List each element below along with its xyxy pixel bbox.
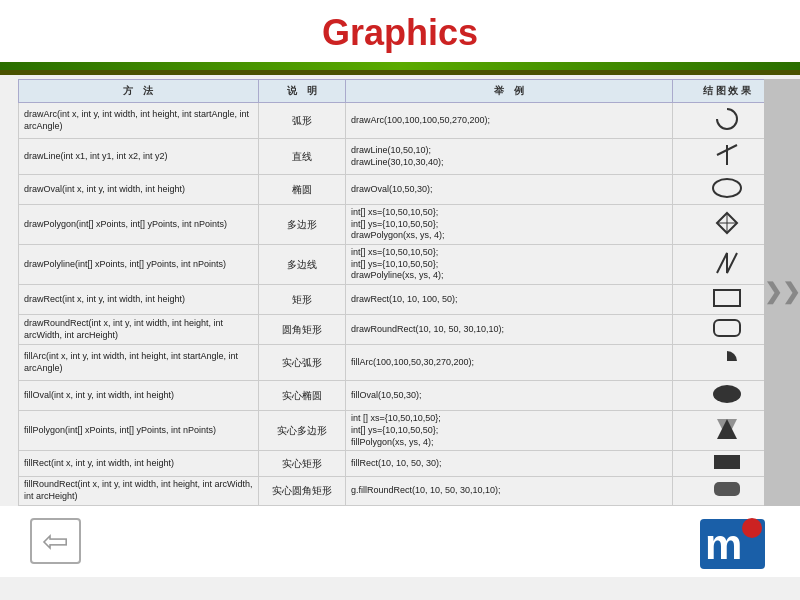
olive-bar: [0, 70, 800, 75]
svg-rect-6: [714, 290, 740, 306]
cell-method: drawRoundRect(int x, int y, int width, i…: [19, 315, 259, 345]
table-row: fillPolygon(int[] xPoints, int[] yPoints…: [19, 411, 782, 451]
cell-example: drawLine(10,50,10); drawLine(30,10,30,40…: [345, 139, 672, 175]
cell-desc: 圆角矩形: [258, 315, 345, 345]
svg-text:m: m: [705, 521, 742, 568]
svg-point-2: [713, 179, 741, 197]
table-row: drawRect(int x, int y, int width, int he…: [19, 285, 782, 315]
cell-desc: 实心多边形: [258, 411, 345, 451]
cell-method: fillArc(int x, int y, int width, int hei…: [19, 345, 259, 381]
cell-method: drawLine(int x1, int y1, int x2, int y2): [19, 139, 259, 175]
table-row: drawPolygon(int[] xPoints, int[] yPoints…: [19, 205, 782, 245]
cell-desc: 椭圆: [258, 175, 345, 205]
cell-method: fillRoundRect(int x, int y, int width, i…: [19, 477, 259, 505]
table-row: fillRect(int x, int y, int width, int he…: [19, 451, 782, 477]
back-button[interactable]: ⇦: [30, 518, 81, 564]
table-row: drawOval(int x, int y, int width, int he…: [19, 175, 782, 205]
cell-example: drawRect(10, 10, 100, 50);: [345, 285, 672, 315]
cell-desc: 实心圆角矩形: [258, 477, 345, 505]
table-row: drawPolyline(int[] xPoints, int[] yPoint…: [19, 245, 782, 285]
cell-example: g.fillRoundRect(10, 10, 50, 30,10,10);: [345, 477, 672, 505]
table-row: fillOval(int x, int y, int width, int he…: [19, 381, 782, 411]
svg-point-15: [742, 518, 762, 538]
table-row: fillRoundRect(int x, int y, int width, i…: [19, 477, 782, 505]
svg-rect-12: [714, 482, 740, 496]
cell-example: int[] xs={10,50,10,50}; int[] ys={10,10,…: [345, 205, 672, 245]
table-row: drawLine(int x1, int y1, int x2, int y2)…: [19, 139, 782, 175]
cell-example: int[] xs={10,50,10,50}; int[] ys={10,10,…: [345, 245, 672, 285]
cell-method: drawRect(int x, int y, int width, int he…: [19, 285, 259, 315]
cell-method: drawPolyline(int[] xPoints, int[] yPoint…: [19, 245, 259, 285]
col-header-desc: 说 明: [258, 80, 345, 103]
logo-svg: m: [700, 514, 770, 569]
svg-rect-11: [714, 455, 740, 469]
cell-example: drawOval(10,50,30);: [345, 175, 672, 205]
logo-area: m: [700, 514, 770, 569]
cell-desc: 多边线: [258, 245, 345, 285]
cell-desc: 直线: [258, 139, 345, 175]
cell-desc: 实心弧形: [258, 345, 345, 381]
cell-desc: 多边形: [258, 205, 345, 245]
cell-method: drawArc(int x, int y, int width, int hei…: [19, 103, 259, 139]
cell-desc: 实心椭圆: [258, 381, 345, 411]
table-row: fillArc(int x, int y, int width, int hei…: [19, 345, 782, 381]
col-header-example: 举 例: [345, 80, 672, 103]
table-row: drawArc(int x, int y, int width, int hei…: [19, 103, 782, 139]
page-header: Graphics: [0, 0, 800, 62]
cell-method: drawPolygon(int[] xPoints, int[] yPoints…: [19, 205, 259, 245]
cell-desc: 矩形: [258, 285, 345, 315]
graphics-table: 方 法 说 明 举 例 结 图 效 果 drawArc(int x, int y…: [18, 79, 782, 506]
svg-rect-7: [714, 320, 740, 336]
cell-method: fillRect(int x, int y, int width, int he…: [19, 451, 259, 477]
green-bar: [0, 62, 800, 70]
page-footer: ⇦ m: [0, 506, 800, 577]
svg-point-8: [713, 385, 741, 403]
cell-example: drawRoundRect(10, 10, 50, 30,10,10);: [345, 315, 672, 345]
table-row: drawRoundRect(int x, int y, int width, i…: [19, 315, 782, 345]
cell-method: fillOval(int x, int y, int width, int he…: [19, 381, 259, 411]
cell-example: int [] xs={10,50,10,50}; int[] ys={10,10…: [345, 411, 672, 451]
cell-desc: 实心矩形: [258, 451, 345, 477]
cell-example: drawArc(100,100,100,50,270,200);: [345, 103, 672, 139]
cell-example: fillOval(10,50,30);: [345, 381, 672, 411]
cell-example: fillRect(10, 10, 50, 30);: [345, 451, 672, 477]
cell-desc: 弧形: [258, 103, 345, 139]
cell-example: fillArc(100,100,50,30,270,200);: [345, 345, 672, 381]
nav-chevrons: ❯❯: [764, 79, 800, 506]
cell-method: fillPolygon(int[] xPoints, int[] yPoints…: [19, 411, 259, 451]
cell-method: drawOval(int x, int y, int width, int he…: [19, 175, 259, 205]
col-header-method: 方 法: [19, 80, 259, 103]
page-title: Graphics: [0, 12, 800, 54]
